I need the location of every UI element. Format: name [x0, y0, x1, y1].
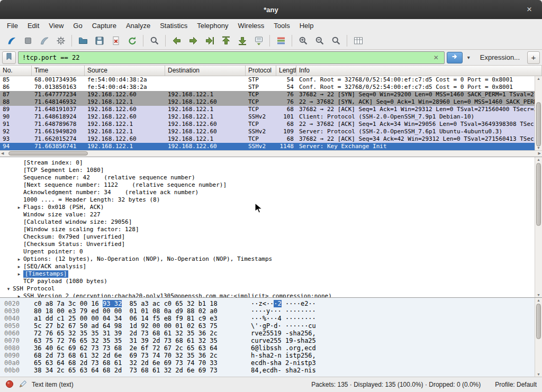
- hex-row[interactable]: 008036 40 6c 69 62 73 73 68 2e 6f 72 67 …: [4, 344, 535, 352]
- column-header-destination[interactable]: Destination: [165, 66, 246, 76]
- packet-row-92[interactable]: 9271.661949820192.168.122.1192.168.122.6…: [0, 128, 535, 135]
- menu-file[interactable]: File: [2, 20, 23, 31]
- colorize-button[interactable]: [273, 33, 289, 48]
- expanded-expander-icon[interactable]: ▾: [4, 285, 13, 293]
- collapsed-expander-icon[interactable]: ▸: [15, 270, 23, 278]
- packet-row-88[interactable]: 8871.648146932192.168.122.1192.168.122.6…: [0, 98, 535, 106]
- hex-vscrollbar[interactable]: [535, 298, 542, 377]
- scrollbar-thumb[interactable]: [8, 151, 88, 156]
- zoom-in-button[interactable]: [295, 33, 311, 48]
- column-header-time[interactable]: Time: [32, 66, 85, 76]
- column-header-no[interactable]: No.: [0, 66, 32, 76]
- detail-line[interactable]: ▸[Timestamps]: [0, 270, 535, 278]
- close-file-button[interactable]: [107, 33, 124, 48]
- hex-row[interactable]: 006072 76 65 32 35 35 31 39 2d 73 68 61 …: [4, 330, 535, 337]
- status-profile[interactable]: Profile: Default: [485, 381, 537, 388]
- menu-help[interactable]: Help: [295, 20, 319, 31]
- stop-capture-button[interactable]: [20, 33, 36, 48]
- restart-capture-button[interactable]: [36, 33, 52, 48]
- go-back-button[interactable]: [168, 33, 185, 48]
- detail-line[interactable]: Urgent pointer: 0: [0, 248, 535, 256]
- packet-row-91[interactable]: 9171.648789678192.168.122.1192.168.122.6…: [0, 121, 535, 128]
- detail-line[interactable]: Sequence number: 42 (relative sequence n…: [0, 174, 535, 181]
- title-bar[interactable]: *any ×: [0, 0, 542, 19]
- filter-bookmark-button[interactable]: [2, 51, 16, 64]
- packet-row-89[interactable]: 8971.648191037192.168.122.60192.168.122.…: [0, 106, 535, 113]
- detail-line[interactable]: [Stream index: 0]: [0, 159, 535, 167]
- hex-row[interactable]: 0040a1 dd c1 25 00 00 04 34 06 14 f5 e8 …: [4, 315, 535, 322]
- detail-line[interactable]: [Window size scaling factor: 128]: [0, 226, 535, 233]
- collapsed-expander-icon[interactable]: ▸: [15, 263, 23, 270]
- hex-row[interactable]: 00505c 27 b2 67 50 ad 64 98 1d 92 00 00 …: [4, 322, 535, 330]
- filter-apply-button[interactable]: [447, 52, 463, 63]
- detail-line[interactable]: [Checksum Status: Unverified]: [0, 241, 535, 248]
- auto-scroll-button[interactable]: [250, 33, 267, 48]
- packet-row-90[interactable]: 9071.648618924192.168.122.60192.168.122.…: [0, 113, 535, 121]
- resize-columns-button[interactable]: [350, 33, 366, 48]
- scrollbar-thumb[interactable]: [536, 163, 541, 226]
- packet-row-87[interactable]: 8771.647777234192.168.122.60192.168.122.…: [0, 91, 535, 98]
- capture-options-button[interactable]: [52, 33, 69, 48]
- hex-row[interactable]: 009068 2d 73 68 61 32 2d 6e 69 73 74 70 …: [4, 352, 535, 359]
- go-last-button[interactable]: [234, 33, 250, 48]
- detail-line[interactable]: ▾SSH Protocol: [0, 285, 535, 293]
- detail-line[interactable]: Checksum: 0x79ed [unverified]: [0, 233, 535, 241]
- go-forward-button[interactable]: [185, 33, 201, 48]
- menu-analyze[interactable]: Analyze: [121, 20, 155, 31]
- packet-list-vscrollbar[interactable]: [535, 76, 542, 150]
- filter-clear-icon[interactable]: ✕: [430, 54, 442, 61]
- detail-line[interactable]: TCP payload (1080 bytes): [0, 278, 535, 285]
- scrollbar-thumb[interactable]: [536, 102, 541, 147]
- expression-button[interactable]: Expression...: [475, 53, 525, 61]
- hex-row[interactable]: 0020c0 a8 7a 3c 00 16 93 32 85 a3 ac c0 …: [4, 300, 535, 307]
- close-window-button[interactable]: ×: [524, 4, 535, 15]
- collapsed-expander-icon[interactable]: ▸: [15, 204, 23, 211]
- zoom-out-button[interactable]: [311, 33, 328, 48]
- column-header-source[interactable]: Source: [85, 66, 165, 76]
- detail-line[interactable]: [Calculated window size: 29056]: [0, 218, 535, 226]
- detail-line[interactable]: ▸SSH Version 2 (encryption:chacha20-poly…: [0, 293, 535, 297]
- filter-dropdown-icon[interactable]: ▾: [465, 54, 473, 60]
- detail-line[interactable]: 1000 .... = Header Length: 32 bytes (8): [0, 196, 535, 204]
- details-vscrollbar[interactable]: [535, 157, 542, 297]
- reload-button[interactable]: [124, 33, 140, 48]
- go-first-button[interactable]: [218, 33, 234, 48]
- menu-edit[interactable]: Edit: [23, 20, 44, 31]
- detail-line[interactable]: Window size value: 227: [0, 211, 535, 218]
- menu-view[interactable]: View: [44, 20, 68, 31]
- go-to-packet-button[interactable]: [201, 33, 218, 48]
- detail-line[interactable]: ▸[SEQ/ACK analysis]: [0, 263, 535, 270]
- hex-row[interactable]: 00a065 63 64 68 2d 73 68 61 32 2d 6e 69 …: [4, 359, 535, 367]
- detail-line[interactable]: [TCP Segment Len: 1080]: [0, 167, 535, 174]
- packet-row-85[interactable]: 8568.001734936fe:54:00:d4:38:2aSTP54Conf…: [0, 76, 535, 84]
- start-capture-button[interactable]: [3, 33, 20, 48]
- capture-comment-icon[interactable]: [19, 380, 27, 390]
- packet-row-94[interactable]: 9471.663856741192.168.122.1192.168.122.6…: [0, 143, 535, 150]
- column-header-length[interactable]: Length: [276, 66, 296, 76]
- column-header-info[interactable]: Info: [296, 66, 542, 76]
- filter-input[interactable]: [20, 54, 430, 61]
- menu-capture[interactable]: Capture: [87, 20, 121, 31]
- menu-wireless[interactable]: Wireless: [233, 20, 269, 31]
- column-header-protocol[interactable]: Protocol: [246, 66, 276, 76]
- scrollbar-thumb[interactable]: [536, 304, 541, 339]
- packet-row-86[interactable]: 8670.013850163fe:54:00:d4:38:2aSTP54Conf…: [0, 84, 535, 91]
- detail-line[interactable]: [Next sequence number: 1122 (relative se…: [0, 181, 535, 189]
- menu-tools[interactable]: Tools: [269, 20, 294, 31]
- save-file-button[interactable]: [91, 33, 107, 48]
- find-packet-button[interactable]: [146, 33, 162, 48]
- hex-row[interactable]: 00b038 34 2c 65 63 64 68 2d 73 68 61 32 …: [4, 367, 535, 374]
- open-file-button[interactable]: [75, 33, 91, 48]
- hex-row[interactable]: 007063 75 72 76 65 32 35 35 31 39 2d 73 …: [4, 337, 535, 344]
- packet-row-93[interactable]: 9371.662015274192.168.122.60192.168.122.…: [0, 135, 535, 143]
- menu-telephony[interactable]: Telephony: [192, 20, 233, 31]
- detail-line[interactable]: ▸Flags: 0x018 (PSH, ACK): [0, 204, 535, 211]
- add-filter-button[interactable]: +: [527, 51, 540, 64]
- packet-list-hscrollbar[interactable]: [0, 150, 542, 157]
- menu-go[interactable]: Go: [68, 20, 87, 31]
- menu-statistics[interactable]: Statistics: [155, 20, 192, 31]
- hex-row[interactable]: 003080 18 00 e3 79 ed 00 00 01 01 08 0a …: [4, 307, 535, 315]
- detail-line[interactable]: ▸Options: (12 bytes), No-Operation (NOP)…: [0, 256, 535, 263]
- collapsed-expander-icon[interactable]: ▸: [15, 293, 23, 297]
- detail-line[interactable]: Acknowledgment number: 34 (relative ack …: [0, 189, 535, 196]
